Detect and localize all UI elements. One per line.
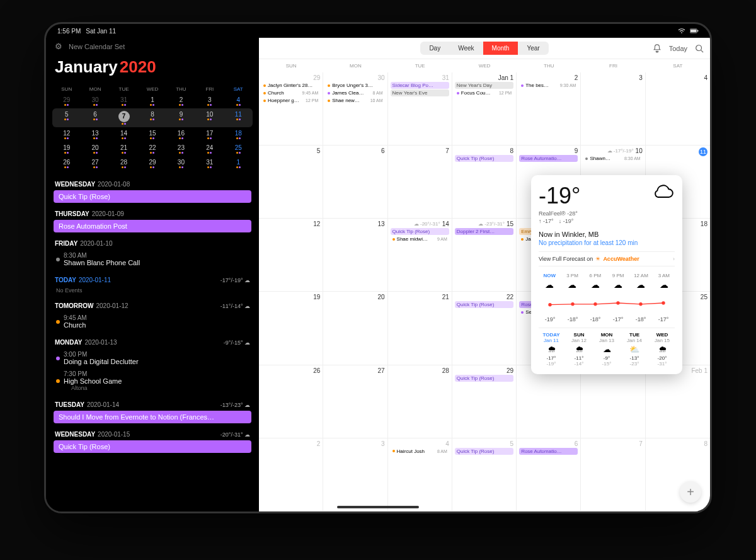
mini-calendar[interactable]: SUNMONTUEWEDTHUFRISAT 293031123456789101… xyxy=(46,82,259,173)
day-cell[interactable]: 31Sidecar Blog Po…New Year's Eve xyxy=(388,72,452,146)
svg-point-10 xyxy=(662,301,665,304)
gear-icon[interactable]: ⚙ xyxy=(55,42,62,51)
agenda-list[interactable]: WEDNESDAY2020-01-08Quick Tip (Rose)THURS… xyxy=(46,173,259,511)
day-cell[interactable]: 22Quick Tip (Rose) xyxy=(452,292,517,365)
day-cell[interactable]: Jan 1New Year's DayFocus Cou…12 PM xyxy=(452,72,517,146)
day-cell[interactable]: 28 xyxy=(388,365,452,438)
svg-point-3 xyxy=(696,45,702,50)
add-event-button[interactable]: + xyxy=(680,481,701,503)
sidebar: ⚙ New Calendar Set January 2020 SUNMONTU… xyxy=(46,38,259,511)
svg-point-6 xyxy=(571,302,574,306)
day-cell[interactable]: 13 xyxy=(323,219,387,292)
sidebar-title: January 2020 xyxy=(46,55,259,82)
day-cell[interactable]: 12 xyxy=(259,219,323,292)
day-cell[interactable]: 30 xyxy=(517,365,581,438)
day-cell[interactable]: 29Jaclyn Ginter's 28…Church9:45 AMHoeppn… xyxy=(259,72,323,146)
hi-lo: ↑ -17° ↓ -19° xyxy=(539,218,580,224)
weather-popover: -19° RealFeel® -28° ↑ -17° ↓ -19° Now in… xyxy=(531,175,682,374)
day-cell[interactable]: 5 xyxy=(259,146,323,219)
calendar-main: DayWeekMonthYear Today SUNMONTUEWEDTHUFR… xyxy=(259,38,710,511)
day-cell[interactable]: 19 xyxy=(259,292,323,365)
day-cell[interactable]: 4 xyxy=(646,72,710,146)
day-cell[interactable]: 7 xyxy=(388,146,452,219)
battery-icon xyxy=(690,28,699,34)
day-cell[interactable]: 6 xyxy=(323,146,387,219)
location-label: Now in Winkler, MB xyxy=(539,231,675,238)
day-cell[interactable]: 5Quick Tip (Rose) xyxy=(452,438,517,511)
day-cell[interactable]: 27 xyxy=(323,365,387,438)
day-cell[interactable]: ☁ -23°/-31°15Doppler 2 First… xyxy=(452,219,517,292)
view-segmented-control[interactable]: DayWeekMonthYear xyxy=(420,42,548,55)
day-cell[interactable]: 2 xyxy=(259,438,323,511)
day-cell[interactable]: 8 xyxy=(646,438,710,511)
precip-label: No precipitation for at least 120 min xyxy=(539,239,675,246)
wifi-icon xyxy=(677,28,686,34)
day-cell[interactable]: 31 xyxy=(581,365,645,438)
day-cell[interactable]: 3 xyxy=(581,72,645,146)
day-cell[interactable]: 4Haircut Josh8 AM xyxy=(388,438,452,511)
day-cell[interactable]: 8Quick Tip (Rose) xyxy=(452,146,517,219)
hourly-forecast: NOW3 PM6 PM9 PM12 AM3 AM ☁☁☁☁☁☁ -19°-18°… xyxy=(539,271,675,323)
year-label: 2020 xyxy=(120,57,156,76)
day-cell[interactable]: ☁ -20°/-31°14Quick Tip (Rose)Shae midwi…… xyxy=(388,219,452,292)
ipad-frame: 1:56 PM Sat Jan 11 ⚙ New Calendar Set Ja… xyxy=(44,22,712,513)
day-cell[interactable]: Feb 1 xyxy=(646,365,710,438)
weekday-header: SUNMONTUEWEDTHUFRISAT xyxy=(259,59,710,72)
accuweather-link[interactable]: View Full Forecast on ☀ AccuWeather › xyxy=(539,251,675,266)
day-cell[interactable]: 7 xyxy=(581,438,645,511)
status-date: Sat Jan 11 xyxy=(86,28,116,35)
bell-icon[interactable] xyxy=(653,44,662,53)
svg-point-8 xyxy=(616,301,619,304)
toolbar: DayWeekMonthYear Today xyxy=(259,38,710,59)
day-cell[interactable]: 21 xyxy=(388,292,452,365)
cloud-icon xyxy=(651,183,675,202)
day-cell[interactable]: 6Rose Automatio… xyxy=(517,438,581,511)
svg-line-4 xyxy=(701,50,704,52)
svg-point-7 xyxy=(593,302,597,306)
day-cell[interactable]: 20 xyxy=(323,292,387,365)
svg-rect-2 xyxy=(697,30,698,32)
svg-rect-1 xyxy=(690,30,697,32)
day-cell[interactable]: 29Quick Tip (Rose) xyxy=(452,365,517,438)
home-indicator xyxy=(337,506,419,508)
daily-forecast: TODAYJan 11🌨-17°-19°SUNJan 12🌨-11°-14°MO… xyxy=(539,328,675,367)
svg-point-9 xyxy=(639,302,642,306)
day-cell[interactable]: 30Bryce Unger's 3…James Clea…8 AMShae ne… xyxy=(323,72,387,146)
svg-point-5 xyxy=(548,303,551,306)
search-icon[interactable] xyxy=(695,44,704,53)
today-button[interactable]: Today xyxy=(669,45,687,52)
status-bar: 1:56 PM Sat Jan 11 xyxy=(46,24,710,38)
status-time: 1:56 PM xyxy=(57,28,81,35)
day-cell[interactable]: 26 xyxy=(259,365,323,438)
day-cell[interactable]: 2The bes…9:30 AM xyxy=(517,72,581,146)
current-temp: -19° xyxy=(539,183,580,209)
new-calendar-set-link[interactable]: New Calendar Set xyxy=(69,43,125,50)
month-label: January xyxy=(55,57,118,76)
day-cell[interactable]: 3 xyxy=(323,438,387,511)
